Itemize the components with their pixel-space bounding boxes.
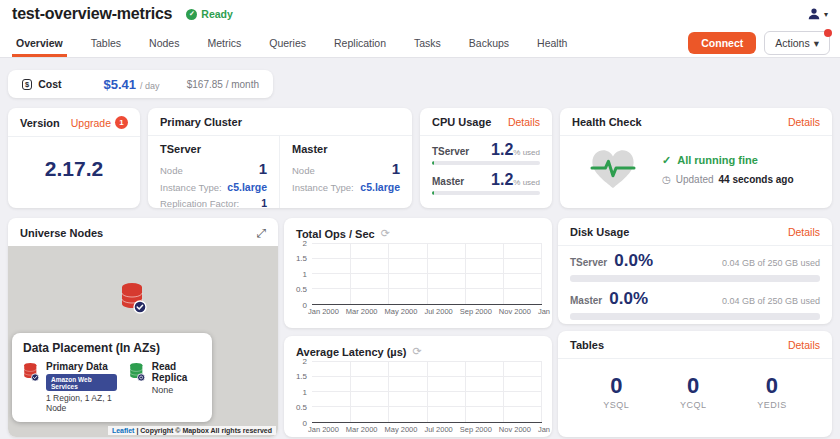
stat-label: YSQL [603, 400, 629, 410]
row-label: Node [292, 165, 315, 176]
x-tick: Nov 2000 [499, 307, 531, 316]
actions-dropdown-button[interactable]: Actions ▾ [764, 31, 830, 55]
notification-dot [824, 29, 832, 37]
primary-data-db-icon [23, 362, 40, 382]
table-stat: 0 YCQL [680, 373, 707, 410]
primary-data-detail: 1 Region, 1 AZ, 1 Node [46, 393, 117, 413]
info-row: Replication Factor: 1 [160, 197, 267, 208]
total-ops-chart-card: Total Ops / Sec ⟳ 2 1.5 1 0.5 0 Jan 2000… [284, 218, 552, 328]
version-title: Version [20, 117, 60, 129]
leaflet-link[interactable]: Leaflet [112, 427, 135, 434]
upgrade-count-badge: 1 [115, 116, 128, 129]
health-details-link[interactable]: Details [788, 116, 820, 128]
x-axis-labels: Jan 2000 Mar 2000 May 2000 Jul 2000 Sep … [284, 423, 552, 434]
cpu-row-value: 1.2% used [491, 141, 540, 159]
user-menu[interactable]: ▾ [807, 7, 828, 21]
cpu-value-suffix: % used [513, 148, 540, 157]
cpu-progress-track [432, 191, 540, 195]
status-text: Ready [201, 8, 233, 20]
tab-tasks[interactable]: Tasks [400, 28, 455, 57]
stat-label: YEDIS [757, 400, 787, 410]
row-value: c5.large [360, 181, 400, 193]
cost-per-day: $5.41 / day [104, 77, 160, 92]
tables-card: Tables Details 0 YSQL 0 YCQL 0 YEDIS [558, 331, 832, 437]
x-tick: Jan 2000 [308, 307, 339, 316]
disk-row: Master 0.0% 0.04 GB of 250 GB used [570, 289, 820, 320]
cpu-row-label: TServer [432, 146, 469, 157]
table-stat: 0 YSQL [603, 373, 629, 410]
cost-per-month: $167.85 / month [187, 79, 259, 90]
x-tick: Jan [538, 307, 550, 316]
cpu-row: Master 1.2% used [432, 171, 540, 189]
tab-tables[interactable]: Tables [77, 28, 135, 57]
refresh-icon[interactable]: ⟳ [381, 227, 390, 240]
tables-details-link[interactable]: Details [788, 339, 820, 351]
tables-title: Tables [570, 339, 604, 351]
row-value: 1 [261, 197, 267, 208]
refresh-icon[interactable]: ⟳ [412, 345, 421, 358]
universe-overview-page: test-overview-metrics ✓ Ready ▾ Overview… [0, 0, 840, 439]
status-badge: ✓ Ready [186, 8, 233, 20]
x-tick: May 2000 [385, 307, 418, 316]
tab-health[interactable]: Health [523, 28, 581, 57]
info-row: Node 1 [292, 160, 400, 177]
chart-plot-area [312, 361, 542, 423]
top-header: test-overview-metrics ✓ Ready ▾ [0, 0, 840, 28]
row-value: 1 [392, 160, 400, 177]
x-tick: Sep 2000 [460, 425, 492, 434]
x-tick: Mar 2000 [346, 425, 378, 434]
disk-row: TServer 0.0% 0.04 GB of 250 GB used [570, 251, 820, 282]
disk-details-link[interactable]: Details [788, 226, 820, 238]
cpu-progress-fill [432, 191, 434, 195]
disk-usage-card: Disk Usage Details TServer 0.0% 0.04 GB … [558, 218, 832, 324]
cpu-value-number: 1.2 [491, 171, 513, 188]
tab-backups[interactable]: Backups [455, 28, 523, 57]
upgrade-link[interactable]: Upgrade 1 [71, 116, 128, 129]
expand-icon[interactable]: ⤢ [256, 226, 266, 240]
tab-nodes[interactable]: Nodes [135, 28, 193, 57]
cost-label: Cost [38, 78, 61, 90]
read-replica-block: Read Replica None [129, 361, 201, 413]
map-attribution: Leaflet | Copyright © Mapbox All rights … [108, 426, 276, 435]
stat-value: 0 [680, 373, 707, 399]
row-label: Instance Type: [292, 182, 354, 193]
tab-queries[interactable]: Queries [255, 28, 320, 57]
x-tick: May 2000 [385, 425, 418, 434]
row-value: c5.large [227, 181, 267, 193]
clock-icon: ◷ [662, 174, 671, 185]
y-axis-labels: 2 1.5 1 0.5 0 [290, 243, 312, 305]
x-tick: Jan 2000 [308, 425, 339, 434]
node-marker-icon[interactable] [120, 282, 148, 314]
nodes-map[interactable]: Data Placement (In AZs) Primary Data [8, 246, 278, 437]
cost-day-suffix: / day [140, 81, 160, 91]
x-tick: Nov 2000 [499, 425, 531, 434]
updated-label: Updated [676, 174, 714, 185]
primary-cluster-card: Primary Cluster TServer Node 1 Instance … [148, 108, 412, 208]
attribution-text: | Copyright © Mapbox All rights reserved [136, 427, 272, 434]
disk-row-value: 0.0% [609, 289, 648, 309]
tab-replication[interactable]: Replication [320, 28, 400, 57]
info-row: Instance Type: c5.large [160, 181, 267, 193]
primary-data-label: Primary Data [46, 361, 117, 372]
tserver-column: TServer Node 1 Instance Type: c5.large R… [148, 136, 280, 208]
disk-row-label: TServer [570, 257, 607, 268]
row-label: Replication Factor: [160, 198, 239, 208]
cpu-details-link[interactable]: Details [508, 116, 540, 128]
tab-metrics[interactable]: Metrics [193, 28, 255, 57]
cpu-progress-track [432, 161, 540, 165]
chevron-down-icon: ▾ [824, 10, 828, 19]
version-card: Version Upgrade 1 2.17.2 [8, 108, 140, 208]
cpu-row-value: 1.2% used [491, 171, 540, 189]
version-value: 2.17.2 [8, 157, 140, 181]
cpu-usage-card: CPU Usage Details TServer 1.2% used Mast… [420, 108, 552, 208]
cpu-value-number: 1.2 [491, 141, 513, 158]
x-tick: Mar 2000 [346, 307, 378, 316]
total-ops-title: Total Ops / Sec [296, 228, 375, 240]
connect-button[interactable]: Connect [688, 32, 756, 54]
master-heading: Master [292, 143, 400, 155]
info-row: Node 1 [160, 160, 267, 177]
disk-row-value: 0.0% [614, 251, 653, 271]
health-check-card: Health Check Details ✓ All running fine … [560, 108, 832, 208]
tab-overview[interactable]: Overview [2, 28, 77, 57]
x-tick: Jul 2000 [424, 425, 452, 434]
